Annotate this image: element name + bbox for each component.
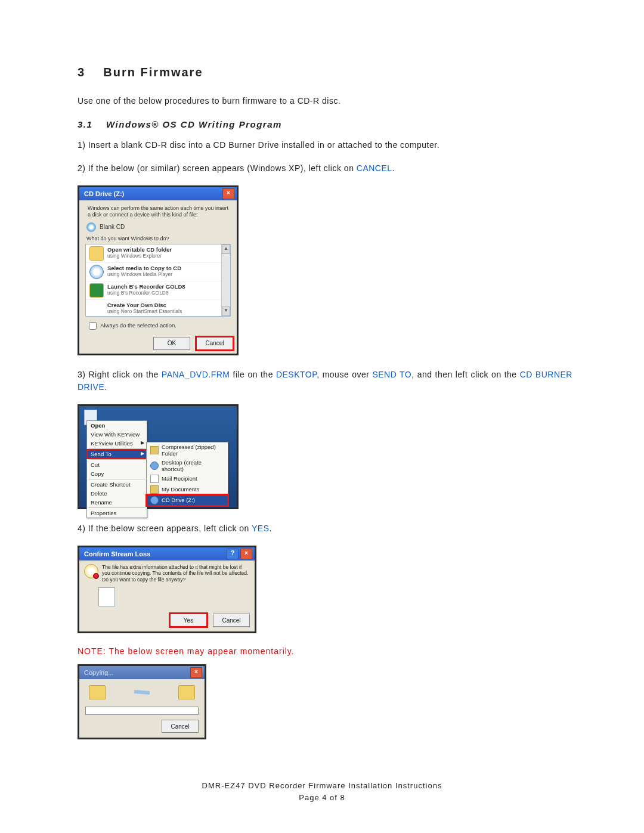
- step-3-text: 3) Right click on the: [78, 370, 162, 379]
- cancel-keyword: CANCEL: [357, 163, 392, 173]
- always-checkbox-row[interactable]: Always do the selected action.: [85, 317, 231, 334]
- menu-label: Send To: [91, 451, 112, 457]
- folder-icon: [150, 485, 159, 494]
- app-icon: [89, 283, 104, 298]
- close-icon[interactable]: ×: [240, 549, 252, 559]
- desktop-icon: [150, 462, 159, 470]
- scroll-down-icon[interactable]: ▼: [222, 306, 230, 316]
- close-icon[interactable]: ×: [222, 188, 234, 199]
- step-4: 4) If the below screen appears, left cli…: [78, 522, 572, 535]
- folder-icon: [89, 685, 106, 699]
- footer-page-number: Page 4 of 8: [0, 792, 644, 804]
- step-3-text: , mouse over: [317, 370, 372, 379]
- cancel-button[interactable]: Cancel: [196, 337, 233, 350]
- scroll-up-icon[interactable]: ▲: [222, 244, 230, 254]
- step-1: 1) Insert a blank CD-R disc into a CD Bu…: [78, 139, 572, 151]
- close-icon[interactable]: ×: [190, 667, 202, 678]
- folder-icon: [89, 246, 104, 261]
- submenu-arrow-icon: ▶: [141, 440, 144, 445]
- list-item[interactable]: Select media to Copy to CDusing Windows …: [86, 262, 230, 281]
- paper-fly-icon: [134, 690, 150, 695]
- menu-item-copy[interactable]: Copy: [87, 469, 147, 478]
- submenu-item-zip[interactable]: Compressed (zipped) Folder: [147, 442, 228, 458]
- option-sub: using Windows Explorer: [107, 253, 172, 259]
- sendto-submenu: Compressed (zipped) Folder Desktop (crea…: [146, 442, 228, 506]
- submenu-label: My Documents: [162, 486, 199, 493]
- menu-item-open[interactable]: Open: [87, 421, 147, 430]
- option-sub: using Nero StartSmart Essentials: [107, 308, 182, 314]
- filename-keyword: PANA_DVD.FRM: [162, 370, 230, 379]
- list-item[interactable]: Open writable CD folderusing Windows Exp…: [86, 244, 230, 262]
- submenu-label: Compressed (zipped) Folder: [162, 444, 224, 457]
- cancel-button[interactable]: Cancel: [162, 720, 199, 733]
- document-page: 3 Burn Firmware Use one of the below pro…: [0, 0, 644, 833]
- always-label: Always do the selected action.: [100, 322, 177, 329]
- option-title: Select media to Copy to CD: [107, 265, 181, 271]
- option-title: Create Your Own Disc: [107, 302, 182, 308]
- confirm-stream-loss-screenshot: Confirm Stream Loss ? × The file has ext…: [78, 546, 256, 634]
- folder-icon: [150, 446, 159, 454]
- ok-button[interactable]: OK: [153, 337, 190, 350]
- menu-item-rename[interactable]: Rename: [87, 498, 147, 507]
- submenu-item-mydocs[interactable]: My Documents: [147, 484, 228, 495]
- dialog-question: What do you want Windows to do?: [86, 236, 231, 241]
- document-icon: [98, 587, 115, 606]
- dialog-titlebar: CD Drive (Z:) ×: [79, 187, 237, 200]
- dialog-title: CD Drive (Z:): [84, 190, 124, 197]
- context-menu: Open View With KEYview KEYview Utilities…: [86, 420, 147, 518]
- menu-item-delete[interactable]: Delete: [87, 489, 147, 498]
- scrollbar[interactable]: ▲ ▼: [221, 244, 230, 316]
- submenu-item-mail[interactable]: Mail Recipient: [147, 473, 228, 484]
- option-sub: using B's Recorder GOLD8: [107, 290, 185, 296]
- menu-separator: [88, 459, 145, 460]
- step-2-tail: .: [392, 163, 395, 173]
- action-list[interactable]: Open writable CD folderusing Windows Exp…: [85, 244, 231, 317]
- step-3-text: file on the: [230, 370, 276, 379]
- footer-title: DMR-EZ47 DVD Recorder Firmware Installat…: [0, 780, 644, 792]
- dialog-titlebar: Copying... ×: [79, 666, 205, 679]
- section-title: Burn Firmware: [103, 66, 203, 79]
- step-3: 3) Right click on the PANA_DVD.FRM file …: [78, 368, 572, 394]
- dialog-titlebar: Confirm Stream Loss ? ×: [79, 547, 255, 561]
- menu-item-send-to[interactable]: Send To▶: [87, 450, 147, 459]
- menu-item-create-shortcut[interactable]: Create Shortcut: [87, 480, 147, 489]
- submenu-item-cd-drive[interactable]: CD Drive (Z:): [147, 495, 228, 506]
- subsection-heading: 3.1 Windows® OS CD Writing Program: [78, 119, 572, 129]
- dialog-title: Copying...: [84, 669, 114, 676]
- option-sub: using Windows Media Player: [107, 271, 181, 277]
- menu-item-keyview-util[interactable]: KEYview Utilities▶: [87, 439, 147, 448]
- dialog-message: Windows can perform the same action each…: [85, 205, 231, 219]
- desktop-keyword: DESKTOP: [276, 370, 317, 379]
- step-3-tail: .: [104, 382, 107, 392]
- option-title: Launch B's Recorder GOLD8: [107, 283, 185, 290]
- help-icon[interactable]: ?: [227, 549, 239, 559]
- submenu-arrow-icon: ▶: [141, 451, 144, 456]
- progress-bar: [85, 707, 199, 715]
- dialog-message: The file has extra information attached …: [102, 564, 250, 583]
- sendto-keyword: SEND TO: [372, 370, 411, 379]
- always-checkbox[interactable]: [89, 322, 97, 330]
- cd-icon: [86, 222, 96, 232]
- menu-item-view-keyview[interactable]: View With KEYview: [87, 430, 147, 439]
- dialog-title: Confirm Stream Loss: [84, 550, 150, 558]
- copying-dialog-screenshot: Copying... × Cancel: [78, 664, 206, 739]
- option-title: Open writable CD folder: [107, 246, 172, 253]
- submenu-label: CD Drive (Z:): [162, 497, 195, 503]
- cd-icon: [150, 496, 159, 504]
- menu-item-cut[interactable]: Cut: [87, 460, 147, 469]
- cd-drive-dialog-screenshot: CD Drive (Z:) × Windows can perform the …: [78, 185, 239, 355]
- yes-button[interactable]: Yes: [170, 614, 207, 627]
- section-number: 3: [78, 66, 85, 79]
- list-item[interactable]: Create Your Own Discusing Nero StartSmar…: [86, 299, 230, 317]
- subsection-title: Windows® OS CD Writing Program: [106, 119, 282, 129]
- mail-icon: [150, 475, 159, 483]
- section-intro: Use one of the below procedures to burn …: [78, 95, 572, 107]
- yes-keyword: YES: [252, 524, 270, 533]
- cancel-button[interactable]: Cancel: [213, 614, 250, 627]
- step-4-text: 4) If the below screen appears, left cli…: [78, 524, 252, 533]
- list-item[interactable]: Launch B's Recorder GOLD8using B's Recor…: [86, 281, 230, 299]
- submenu-item-desktop[interactable]: Desktop (create shortcut): [147, 458, 228, 473]
- menu-separator: [88, 479, 145, 479]
- submenu-label: Desktop (create shortcut): [162, 459, 224, 472]
- menu-item-properties[interactable]: Properties: [87, 509, 147, 518]
